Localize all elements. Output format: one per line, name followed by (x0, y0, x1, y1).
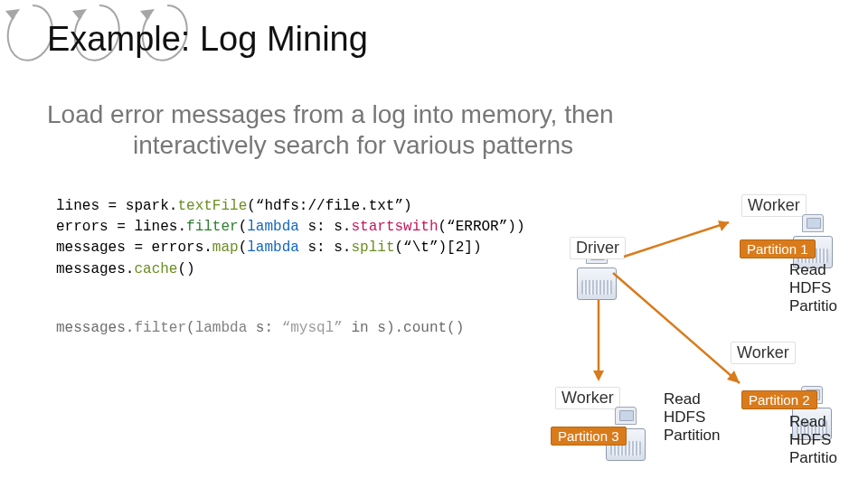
subtitle-line2: interactively search for various pattern… (47, 130, 832, 161)
hdfs-label: HDFS (789, 431, 837, 449)
code-text: in s). (343, 320, 403, 336)
arrow-driver-worker2 (611, 271, 756, 398)
partition-label: Partitio (789, 449, 837, 467)
string-literal: “mysql” (282, 320, 343, 336)
keyword-filter: filter (186, 219, 239, 235)
code-text: ( (186, 320, 195, 336)
keyword-lambda: lambda (247, 239, 299, 256)
code-text: ( (239, 239, 248, 256)
read-hdfs-stack-1: Read HDFS Partitio (789, 261, 837, 315)
code-text: messages. (56, 261, 134, 277)
keyword-split: split (351, 239, 394, 256)
keyword-textfile: textFile (177, 198, 247, 214)
read-hdfs-stack-2: Read HDFS Partitio (789, 413, 837, 467)
code-text: () (177, 261, 194, 277)
svg-marker-0 (5, 9, 20, 20)
code-text: (“\t”)[2] (394, 239, 472, 256)
keyword-startswith: startswith (351, 219, 438, 235)
partition-label: Partition (664, 427, 720, 445)
code-text: s: s. (299, 219, 352, 235)
code-text: s: s. (299, 239, 352, 256)
svg-line-1 (624, 222, 729, 257)
keyword-map: map (212, 239, 239, 256)
svg-line-4 (613, 273, 740, 383)
read-label: Read (664, 390, 720, 408)
partition-label: Partitio (789, 297, 837, 315)
code-text: (“hdfs://file.txt”) (247, 198, 411, 214)
slide-title: Example: Log Mining (47, 20, 368, 59)
hdfs-label: HDFS (664, 408, 720, 427)
code-block: lines = spark.textFile(“hdfs://file.txt”… (56, 196, 525, 280)
code-text: () (447, 320, 464, 336)
code-text: messages. (56, 320, 134, 336)
code-text: ) (473, 239, 482, 256)
code-text: s: (247, 320, 281, 336)
svg-marker-8 (593, 371, 604, 381)
read-label: Read (789, 261, 837, 279)
code-text: lines = spark. (56, 198, 177, 214)
partition-3-label: Partition 3 (551, 427, 627, 446)
svg-marker-6 (140, 9, 155, 20)
keyword-lambda: lambda (247, 219, 299, 235)
slide-subtitle: Load error messages from a log into memo… (47, 99, 832, 160)
code-line-4: messages.cache() (56, 259, 525, 280)
driver-label: Driver (570, 237, 626, 259)
hdfs-label: HDFS (789, 279, 837, 297)
code-text: ( (239, 219, 248, 235)
keyword-count: count (403, 320, 447, 336)
code-line-1: lines = spark.textFile(“hdfs://file.txt”… (56, 196, 525, 217)
read-hdfs-stack-3: Read HDFS Partition (664, 390, 720, 445)
arrow-driver-worker3 (588, 298, 615, 389)
code-line-3: messages = errors.map(lambda s: s.split(… (56, 238, 525, 258)
svg-marker-3 (72, 9, 87, 20)
code-text: messages = errors. (56, 239, 212, 256)
code-text: ) (516, 219, 525, 235)
keyword-filter: filter (134, 320, 186, 336)
code-text: errors = lines. (56, 219, 186, 235)
keyword-lambda: lambda (195, 320, 248, 336)
query-line: messages.filter(lambda s: “mysql” in s).… (56, 320, 464, 336)
code-text: (“ERROR”) (438, 219, 515, 235)
keyword-cache: cache (134, 261, 177, 277)
subtitle-line1: Load error messages from a log into memo… (47, 100, 614, 128)
arrow-driver-worker1 (624, 217, 741, 262)
read-label: Read (789, 413, 837, 431)
code-line-2: errors = lines.filter(lambda s: s.starts… (56, 217, 525, 238)
partition-1-label: Partition 1 (740, 239, 816, 258)
